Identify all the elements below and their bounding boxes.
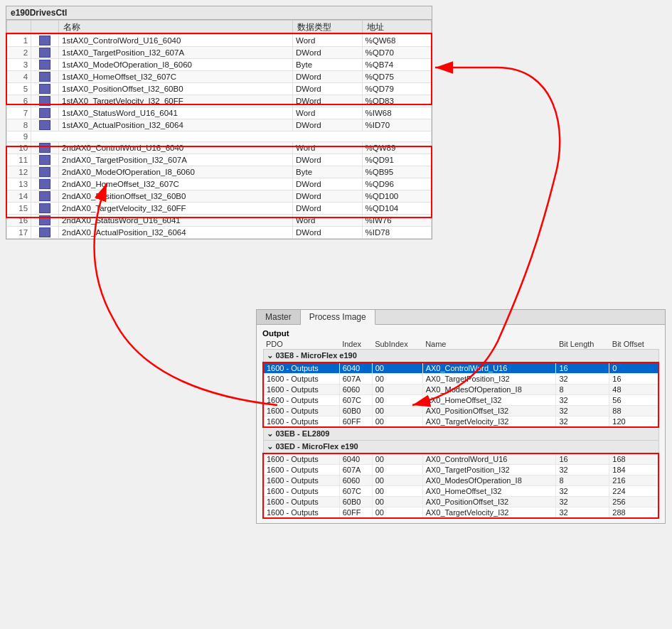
row-name: 2ndAX0_PositionOffset_I32_60B0 bbox=[59, 190, 293, 203]
cell-pdo: 1600 - Outputs bbox=[263, 416, 339, 428]
cell-index: 60FF bbox=[339, 507, 372, 519]
row-icon bbox=[39, 227, 50, 237]
row-num: 13 bbox=[7, 178, 31, 190]
table-row: 15 2ndAX0_TargetVelocity_I32_60FF DWord … bbox=[7, 203, 432, 215]
cell-pdo: 1600 - Outputs bbox=[263, 465, 339, 475]
table-row: 8 1stAX0_ActualPosition_I32_6064 DWord %… bbox=[7, 119, 432, 131]
output-row[interactable]: 1600 - Outputs 607A 00 AX0_TargetPositio… bbox=[263, 374, 658, 385]
cell-name: AX0_PositionOffset_I32 bbox=[422, 497, 556, 507]
cell-index: 60B0 bbox=[339, 497, 372, 507]
row-type: DWord bbox=[293, 178, 362, 190]
row-name: 1stAX0_ActualPosition_I32_6064 bbox=[59, 119, 293, 131]
col-bitlength: Bit Length bbox=[556, 339, 609, 350]
main-table: 名称 数据类型 地址 1 1stAX0_ControlWord_U16_6040… bbox=[6, 20, 432, 239]
row-name: 2ndAX0_TargetVelocity_I32_60FF bbox=[59, 203, 293, 215]
row-name: 1stAX0_PositionOffset_I32_60B0 bbox=[59, 83, 293, 95]
cell-subindex: 00 bbox=[372, 453, 422, 465]
row-type: Byte bbox=[293, 166, 362, 178]
col-num bbox=[7, 21, 31, 35]
section-output: Output bbox=[262, 329, 659, 338]
row-icon bbox=[39, 167, 50, 177]
group-header-row[interactable]: ⌄03E8 - MicroFlex e190 bbox=[263, 350, 658, 363]
row-addr: %QB95 bbox=[362, 166, 431, 178]
row-addr: %QD79 bbox=[362, 83, 431, 95]
row-type: DWord bbox=[293, 227, 362, 239]
table-row: 17 2ndAX0_ActualPosition_I32_6064 DWord … bbox=[7, 227, 432, 239]
cell-subindex: 00 bbox=[372, 475, 422, 486]
cell-pdo: 1600 - Outputs bbox=[263, 507, 339, 519]
row-name: 1stAX0_TargetPosition_I32_607A bbox=[59, 47, 293, 59]
cell-index: 6060 bbox=[339, 475, 372, 486]
row-icon-cell bbox=[31, 47, 59, 59]
cell-pdo: 1600 - Outputs bbox=[263, 453, 339, 465]
row-num: 9 bbox=[7, 131, 31, 142]
chevron-icon: ⌄ bbox=[267, 442, 273, 451]
row-icon bbox=[39, 203, 50, 213]
cell-name: AX0_TargetVelocity_I32 bbox=[422, 416, 556, 428]
tab-process-image[interactable]: Process Image bbox=[301, 310, 375, 325]
row-num: 10 bbox=[7, 142, 31, 154]
output-row[interactable]: 1600 - Outputs 60B0 00 AX0_PositionOffse… bbox=[263, 497, 658, 507]
col-name: 名称 bbox=[59, 21, 293, 35]
table-row: 5 1stAX0_PositionOffset_I32_60B0 DWord %… bbox=[7, 83, 432, 95]
row-icon-cell bbox=[31, 154, 59, 166]
row-addr: %QB74 bbox=[362, 59, 431, 71]
row-num: 4 bbox=[7, 71, 31, 83]
row-addr: %ID70 bbox=[362, 119, 431, 131]
row-num: 17 bbox=[7, 227, 31, 239]
row-num: 2 bbox=[7, 47, 31, 59]
output-row[interactable]: 1600 - Outputs 60FF 00 AX0_TargetVelocit… bbox=[263, 416, 658, 428]
cell-pdo: 1600 - Outputs bbox=[263, 475, 339, 486]
output-row[interactable]: 1600 - Outputs 607C 00 AX0_HomeOffset_I3… bbox=[263, 486, 658, 497]
cell-bitoffset: 56 bbox=[609, 395, 658, 406]
row-addr: %IW68 bbox=[362, 107, 431, 119]
col-addr: 地址 bbox=[362, 21, 431, 35]
group-header-label: ⌄03E8 - MicroFlex e190 bbox=[263, 350, 658, 363]
col-index: Index bbox=[339, 339, 372, 350]
table-row: 12 2ndAX0_ModeOfOperation_I8_6060 Byte %… bbox=[7, 166, 432, 178]
group-header-row[interactable]: ⌄03ED - MicroFlex e190 bbox=[263, 441, 658, 454]
row-icon bbox=[39, 215, 50, 225]
tab-master[interactable]: Master bbox=[257, 310, 301, 324]
table-row: 6 1stAX0_TargetVelocity_I32_60FF DWord %… bbox=[7, 95, 432, 107]
cell-bitoffset: 288 bbox=[609, 507, 658, 519]
row-icon-cell bbox=[31, 71, 59, 83]
row-icon bbox=[39, 60, 50, 70]
output-row[interactable]: 1600 - Outputs 6060 00 AX0_ModesOfOperat… bbox=[263, 385, 658, 395]
cell-name: AX0_HomeOffset_I32 bbox=[422, 486, 556, 497]
row-icon bbox=[39, 96, 50, 106]
cell-index: 607A bbox=[339, 465, 372, 475]
tab-bar: Master Process Image bbox=[257, 310, 665, 325]
output-row[interactable]: 1600 - Outputs 60FF 00 AX0_TargetVelocit… bbox=[263, 507, 658, 519]
cell-bitlength: 16 bbox=[556, 362, 609, 374]
cell-name: AX0_ModesOfOperation_I8 bbox=[422, 385, 556, 395]
col-subindex: SubIndex bbox=[372, 339, 422, 350]
output-row[interactable]: 1600 - Outputs 6040 00 AX0_ControlWord_U… bbox=[263, 453, 658, 465]
row-name: 1stAX0_HomeOffset_I32_607C bbox=[59, 71, 293, 83]
table-row: 13 2ndAX0_HomeOffset_I32_607C DWord %QD9… bbox=[7, 178, 432, 190]
group-header-row[interactable]: ⌄03EB - EL2809 bbox=[263, 427, 658, 441]
output-row[interactable]: 1600 - Outputs 607A 00 AX0_TargetPositio… bbox=[263, 465, 658, 475]
row-type: DWord bbox=[293, 83, 362, 95]
cell-subindex: 00 bbox=[372, 465, 422, 475]
output-row[interactable]: 1600 - Outputs 60B0 00 AX0_PositionOffse… bbox=[263, 406, 658, 416]
table-row: 7 1stAX0_StatusWord_U16_6041 Word %IW68 bbox=[7, 107, 432, 119]
output-row[interactable]: 1600 - Outputs 6040 00 AX0_ControlWord_U… bbox=[263, 362, 658, 374]
cell-name: AX0_ModesOfOperation_I8 bbox=[422, 475, 556, 486]
cell-pdo: 1600 - Outputs bbox=[263, 406, 339, 416]
cell-bitoffset: 0 bbox=[609, 362, 658, 374]
row-addr: %QD70 bbox=[362, 47, 431, 59]
row-addr: %IW76 bbox=[362, 215, 431, 227]
row-type: DWord bbox=[293, 119, 362, 131]
chevron-icon: ⌄ bbox=[267, 351, 273, 360]
cell-bitlength: 8 bbox=[556, 385, 609, 395]
output-row[interactable]: 1600 - Outputs 607C 00 AX0_HomeOffset_I3… bbox=[263, 395, 658, 406]
row-icon-cell bbox=[31, 142, 59, 154]
table-row: 3 1stAX0_ModeOfOperation_I8_6060 Byte %Q… bbox=[7, 59, 432, 71]
cell-pdo: 1600 - Outputs bbox=[263, 374, 339, 385]
output-row[interactable]: 1600 - Outputs 6060 00 AX0_ModesOfOperat… bbox=[263, 475, 658, 486]
cell-pdo: 1600 - Outputs bbox=[263, 362, 339, 374]
group-header-label: ⌄03ED - MicroFlex e190 bbox=[263, 441, 658, 454]
cell-name: AX0_ControlWord_U16 bbox=[422, 362, 556, 374]
row-name: 2ndAX0_ControlWord_U16_6040 bbox=[59, 142, 293, 154]
